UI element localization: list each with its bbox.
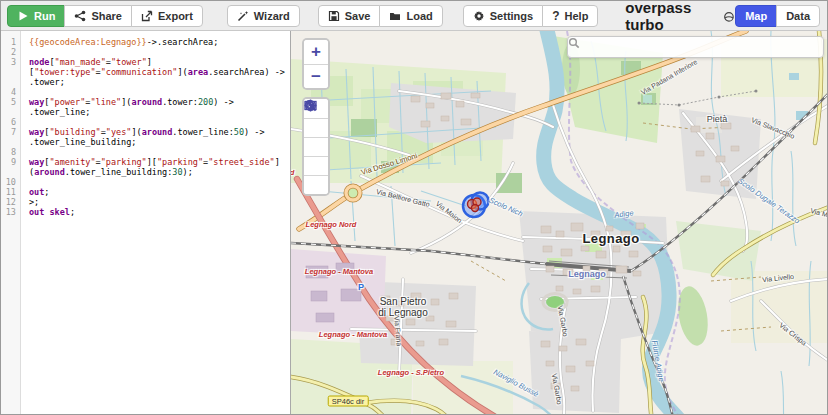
share-button[interactable]: Share <box>64 5 132 27</box>
code-line: ["tower:type"="communication"](area.sear… <box>1 67 290 77</box>
map-tiles <box>291 31 828 415</box>
no-sign-icon <box>304 99 317 112</box>
share-icon <box>74 10 86 22</box>
code-line: 2 <box>1 47 290 57</box>
code-line: 6 <box>1 117 290 127</box>
load-button[interactable]: Load <box>379 5 442 27</box>
wizard-button[interactable]: Wizard <box>227 5 300 27</box>
play-icon <box>17 10 29 22</box>
code-line: .tower_line_building; <box>1 137 290 147</box>
code-lines: 1{{geocodeArea:Legnago}}->.searchArea;23… <box>1 31 290 217</box>
clear-map-button[interactable] <box>304 175 328 194</box>
save-button[interactable]: Save <box>318 5 381 27</box>
code-line: 9way["amenity"="parking"]["parking"="str… <box>1 157 290 167</box>
code-line: 3node["man_made"="tower"] <box>1 57 290 67</box>
settings-button[interactable]: Settings <box>463 5 543 27</box>
data-view-button[interactable]: Data <box>776 5 820 27</box>
export-image-button[interactable] <box>304 137 328 156</box>
code-line: 5way["power"="line"](around.tower:200) -… <box>1 97 290 107</box>
run-button[interactable]: Run <box>7 5 65 27</box>
code-line: 8 <box>1 147 290 157</box>
code-line: 1{{geocodeArea:Legnago}}->.searchArea; <box>1 37 290 47</box>
export-button[interactable]: Export <box>131 5 203 27</box>
map-view-button[interactable]: Map <box>735 5 777 27</box>
code-line: .tower_line; <box>1 107 290 117</box>
code-line: .tower; <box>1 77 290 87</box>
export-icon <box>141 10 153 22</box>
toolbar: Run Share Export Wizard <box>1 1 827 31</box>
geolocate-button[interactable] <box>304 118 328 137</box>
page-title: overpass turbo <box>625 0 717 33</box>
code-line: 11out; <box>1 187 290 197</box>
code-line: 12>; <box>1 197 290 207</box>
code-line: 7way["building"="yes"](around.tower_line… <box>1 127 290 137</box>
map-search-input[interactable] <box>574 38 817 56</box>
zoom-in-button[interactable]: + <box>304 40 328 64</box>
map-canvas[interactable]: LegnagoLegnagoSan Pietrodi LegnagoPietàL… <box>291 31 828 415</box>
gear-icon <box>473 10 485 22</box>
help-button[interactable]: ? Help <box>542 5 598 27</box>
code-line: 4 <box>1 87 290 97</box>
zoom-control: + − <box>302 38 330 90</box>
code-line: 10 <box>1 177 290 187</box>
zoom-out-button[interactable]: − <box>304 64 328 88</box>
map-tool-control <box>302 97 330 196</box>
flags-button[interactable] <box>304 156 328 175</box>
code-line: 13out skel; <box>1 207 290 217</box>
overpass-turbo-window: Run Share Export Wizard <box>0 0 828 415</box>
query-editor[interactable]: 1{{geocodeArea:Legnago}}->.searchArea;23… <box>1 31 291 415</box>
floppy-icon <box>328 10 340 22</box>
question-icon: ? <box>552 9 559 23</box>
map-search-box <box>567 36 824 58</box>
turbo-logo-icon <box>723 9 735 23</box>
magic-wand-icon <box>237 10 249 22</box>
search-icon <box>568 37 580 49</box>
code-line: (around.tower_line_building:30); <box>1 167 290 177</box>
folder-icon <box>389 10 401 22</box>
